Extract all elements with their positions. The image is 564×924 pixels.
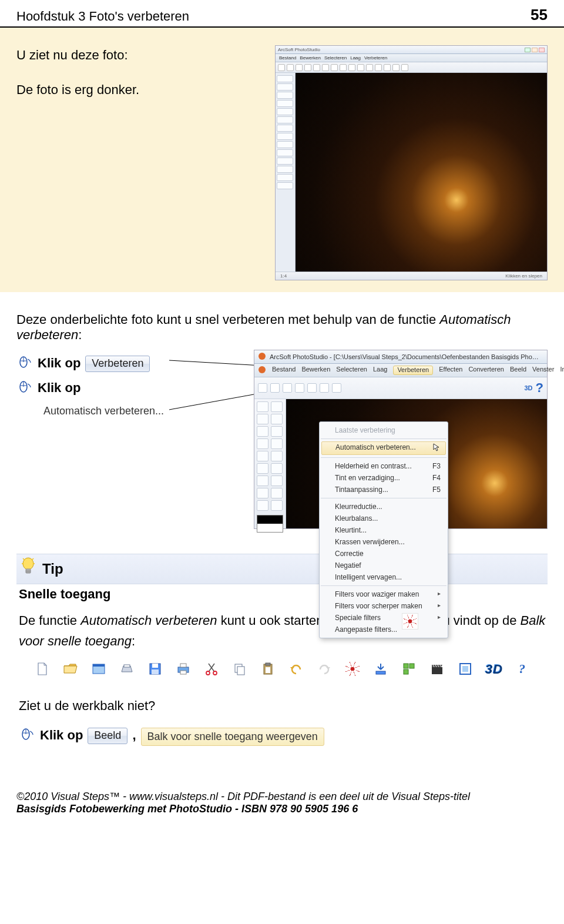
svg-rect-17 (180, 664, 186, 667)
intro-block: U ziet nu deze foto: De foto is erg donk… (0, 28, 564, 292)
intro-line-1: U ziet nu deze foto: (16, 45, 263, 65)
open-folder-icon[interactable] (62, 661, 79, 677)
auto-enhance-icon[interactable] (344, 661, 361, 677)
tip-heading: Snelle toegang (16, 584, 548, 608)
dropdown-item[interactable]: Kleurtint... (320, 524, 448, 536)
arrange-icon[interactable] (401, 661, 417, 677)
step-2-label: Klik op (38, 380, 80, 396)
click-icon (16, 380, 33, 393)
help-icon[interactable]: ? (513, 661, 530, 677)
menu-laag[interactable]: Laag (373, 366, 387, 375)
svg-point-5 (258, 366, 266, 373)
toolbar-icon[interactable] (332, 383, 341, 393)
tip-block: Tip Snelle toegang De functie Automatisc… (16, 554, 548, 681)
dropdown-item[interactable]: Aangepaste filters... (320, 624, 448, 635)
svg-rect-25 (266, 667, 270, 673)
svg-rect-14 (152, 664, 158, 668)
menu-internet[interactable]: Internet (560, 366, 564, 375)
dropdown-item[interactable]: Kleurreductie... (320, 501, 448, 513)
dropdown-item[interactable]: Krassen verwijderen... (320, 536, 448, 548)
click-icon (16, 356, 33, 369)
svg-point-19 (206, 671, 210, 675)
footer-line-1: ©2010 Visual Steps™ - www.visualsteps.nl… (16, 791, 548, 803)
svg-point-4 (258, 353, 266, 360)
redo-icon[interactable] (316, 661, 333, 677)
step-intro: Deze onderbelichte foto kunt u snel verb… (16, 312, 548, 343)
svg-rect-30 (432, 667, 442, 674)
menu-icon (258, 366, 266, 375)
menu-selecteren[interactable]: Selecteren (336, 366, 367, 375)
toolbar-icon[interactable] (270, 383, 280, 393)
new-file-icon[interactable] (34, 661, 51, 677)
svg-rect-22 (237, 667, 244, 675)
step-1: Klik op Verbeteren (16, 356, 254, 372)
tip-body: De functie Automatisch verbeteren kunt u… (16, 608, 548, 657)
screenshot-full-app: ArcSoft PhotoStudio BestandBewerkenSelec… (275, 45, 548, 280)
verbeteren-dropdown: Laatste verbetering Automatisch verbeter… (319, 421, 448, 638)
verbeteren-button[interactable]: Verbeteren (85, 356, 150, 372)
svg-rect-26 (376, 671, 385, 674)
frame-icon[interactable] (457, 661, 474, 677)
svg-rect-32 (462, 666, 468, 672)
cut-icon[interactable] (203, 661, 220, 677)
step-2: Klik op Automatisch verbeteren... (16, 380, 254, 420)
dropdown-item[interactable]: Filters voor waziger maken▸ (320, 588, 448, 600)
followup-block: Ziet u de werkbalk niet? Klik op Beeld ,… (0, 681, 564, 755)
toolbar-icon[interactable] (320, 383, 329, 393)
svg-rect-27 (404, 664, 408, 668)
window-title: ArcSoft PhotoStudio - [C:\Users\Visual S… (270, 353, 540, 360)
cursor-icon (433, 443, 440, 453)
dropdown-item-disabled: Laatste verbetering (320, 424, 448, 436)
toolbar-icon[interactable] (307, 383, 317, 393)
svg-rect-11 (93, 664, 105, 667)
svg-text:?: ? (519, 661, 525, 676)
svg-rect-15 (152, 669, 159, 674)
followup-question: Ziet u de werkbalk niet? (19, 698, 548, 714)
menu-verbeteren[interactable]: Verbeteren (393, 366, 433, 375)
page-number: 55 (531, 6, 548, 24)
auto-verbeteren-item[interactable]: Automatisch verbeteren... (38, 403, 170, 420)
dropdown-item[interactable]: Negatief (320, 560, 448, 571)
toolbar-icon[interactable] (283, 383, 292, 393)
scan-icon[interactable] (119, 661, 135, 677)
svg-rect-18 (180, 671, 186, 674)
dropdown-item[interactable]: Helderheid en contrast...F3 (320, 460, 448, 472)
open-image-icon[interactable] (90, 661, 107, 677)
dropdown-item[interactable]: Correctie (320, 548, 448, 560)
toolbar-icon[interactable] (295, 383, 304, 393)
menu-beeld[interactable]: Beeld (510, 366, 526, 375)
svg-rect-28 (409, 664, 414, 668)
paste-icon[interactable] (260, 661, 276, 677)
dropdown-item[interactable]: Intelligent vervagen... (320, 571, 448, 583)
dropdown-item[interactable]: Tintaanpassing...F5 (320, 484, 448, 496)
toolbar-icon[interactable] (258, 383, 267, 393)
svg-rect-24 (266, 663, 270, 665)
page-footer: ©2010 Visual Steps™ - www.visualsteps.nl… (0, 755, 564, 829)
dropdown-item[interactable]: Speciale filters▸ (320, 612, 448, 624)
auto-enhance-icon[interactable] (402, 613, 418, 630)
balk-weergeven-button[interactable]: Balk voor snelle toegang weergeven (141, 728, 324, 746)
tip-label: Tip (42, 561, 63, 577)
save-icon[interactable] (147, 661, 163, 677)
menu-converteren[interactable]: Converteren (468, 366, 504, 375)
clapper-icon[interactable] (429, 661, 445, 677)
copy-icon[interactable] (231, 661, 248, 677)
bulb-icon (20, 557, 36, 581)
download-icon[interactable] (372, 661, 389, 677)
menu-venster[interactable]: Venster (532, 366, 554, 375)
svg-rect-29 (404, 669, 408, 674)
dropdown-item-auto[interactable]: Automatisch verbeteren... (321, 441, 446, 455)
dropdown-item[interactable]: Tint en verzadiging...F4 (320, 472, 448, 484)
dropdown-item[interactable]: Kleurbalans... (320, 513, 448, 524)
undo-icon[interactable] (288, 661, 304, 677)
steps-block: Deze onderbelichte foto kunt u snel verb… (0, 292, 564, 541)
menu-bewerken[interactable]: Bewerken (301, 366, 330, 375)
menu-effecten[interactable]: Effecten (439, 366, 462, 375)
3d-icon[interactable]: 3D (485, 661, 502, 677)
menu-bestand[interactable]: Bestand (272, 366, 296, 375)
beeld-button[interactable]: Beeld (88, 728, 127, 744)
dropdown-item[interactable]: Filters voor scherper maken▸ (320, 600, 448, 612)
print-icon[interactable] (175, 661, 192, 677)
window-icon (258, 352, 266, 361)
klik-op-label: Klik op (40, 728, 83, 743)
